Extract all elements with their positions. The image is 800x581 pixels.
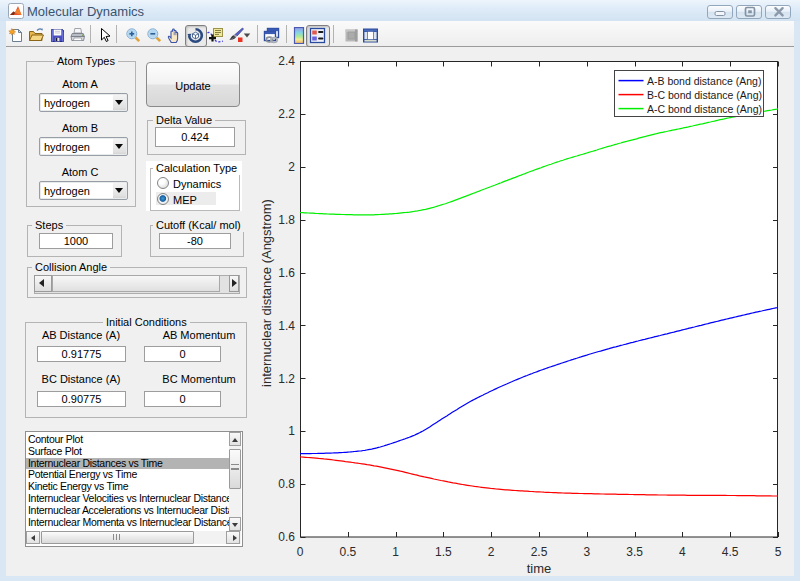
- svg-text:2: 2: [488, 545, 495, 559]
- svg-text:1: 1: [392, 545, 399, 559]
- svg-text:2: 2: [288, 160, 295, 174]
- svg-text:0.6: 0.6: [278, 530, 295, 544]
- svg-text:3: 3: [583, 545, 590, 559]
- svg-text:0.5: 0.5: [339, 545, 356, 559]
- svg-text:A-B bond distance (Ang): A-B bond distance (Ang): [647, 75, 761, 87]
- svg-text:1.6: 1.6: [278, 266, 295, 280]
- svg-text:1: 1: [288, 424, 295, 438]
- svg-text:2.4: 2.4: [278, 54, 295, 68]
- svg-text:2.2: 2.2: [278, 107, 295, 121]
- svg-text:1.2: 1.2: [278, 372, 295, 386]
- svg-text:time: time: [527, 561, 552, 576]
- svg-text:4.5: 4.5: [722, 545, 739, 559]
- svg-text:0.8: 0.8: [278, 477, 295, 491]
- svg-text:4: 4: [679, 545, 686, 559]
- svg-text:internuclear distance (Angstro: internuclear distance (Angstrom): [259, 199, 274, 387]
- svg-text:1.5: 1.5: [435, 545, 452, 559]
- svg-text:3.5: 3.5: [626, 545, 643, 559]
- svg-text:A-C bond distance (Ang): A-C bond distance (Ang): [647, 103, 762, 115]
- svg-text:B-C bond distance (Ang): B-C bond distance (Ang): [647, 89, 762, 101]
- svg-text:1.8: 1.8: [278, 213, 295, 227]
- svg-text:0: 0: [297, 545, 304, 559]
- svg-text:2.5: 2.5: [531, 545, 548, 559]
- svg-text:5: 5: [775, 545, 782, 559]
- svg-text:1.4: 1.4: [278, 319, 295, 333]
